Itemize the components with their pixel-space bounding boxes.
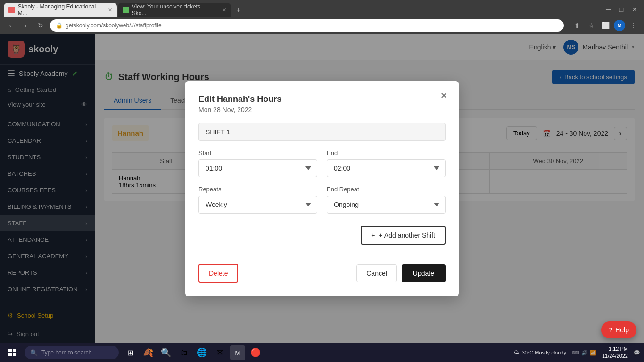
taskbar-icon-6[interactable]: M [230, 345, 245, 360]
cancel-label: Cancel [366, 270, 387, 277]
forward-nav-button[interactable]: › [20, 20, 31, 31]
help-icon: ? [609, 326, 612, 334]
browser-tabs: Skooly - Managing Educational M... ✕ Vie… [0, 0, 644, 17]
taskbar-clock: 1:12 PM 11/24/2022 [602, 346, 628, 360]
clock-date: 11/24/2022 [602, 353, 628, 360]
edit-hours-modal: ✕ Edit Hannah's Hours Mon 28 Nov, 2022 S… [185, 81, 459, 296]
end-form-group: End 02:00 01:00 01:30 02:30 03:00 [327, 149, 446, 177]
browser-tab-1[interactable]: Skooly - Managing Educational M... ✕ [4, 3, 117, 17]
browser-chrome: Skooly - Managing Educational M... ✕ Vie… [0, 0, 644, 34]
extension-icon[interactable]: ⬜ [600, 20, 611, 31]
reload-button[interactable]: ↻ [35, 20, 46, 31]
footer-right: Cancel Update [356, 264, 446, 282]
address-bar[interactable]: 🔒 getskooly.com/skoolyweb/#/staffprofile [50, 19, 564, 32]
start-select[interactable]: 01:00 00:00 00:30 01:30 02:00 [198, 159, 317, 177]
weather-text: 30°C Mostly cloudy [522, 350, 566, 355]
taskbar-search-input[interactable] [41, 349, 113, 356]
repeats-label: Repeats [198, 186, 317, 193]
tray-icon-2: 🔊 [581, 350, 588, 356]
task-view-icon[interactable]: ⊞ [123, 345, 138, 360]
update-button[interactable]: Update [402, 264, 446, 282]
modal-overlay: ✕ Edit Hannah's Hours Mon 28 Nov, 2022 S… [0, 34, 644, 343]
tab-close-2[interactable]: ✕ [222, 7, 226, 13]
taskbar-icon-1[interactable]: 🍂 [140, 345, 156, 360]
tab-title-2: View: Your unsolved tickets – Sko... [132, 3, 219, 16]
close-button[interactable]: ✕ [629, 4, 640, 15]
repeats-row: Repeats Weekly Daily Monthly Never End R… [198, 186, 446, 214]
start-label: Start [198, 149, 317, 156]
taskbar-search[interactable]: 🔍 [25, 346, 119, 359]
back-nav-button[interactable]: ‹ [5, 20, 16, 31]
modal-header: Edit Hannah's Hours Mon 28 Nov, 2022 [198, 94, 446, 114]
modal-date: Mon 28 Nov, 2022 [198, 106, 446, 114]
start-form-group: Start 01:00 00:00 00:30 01:30 02:00 [198, 149, 317, 177]
shift-label: SHIFT 1 [198, 123, 446, 141]
notification-icon[interactable]: 💬 [634, 350, 640, 356]
tab-favicon-skooly [8, 7, 15, 13]
tab-title-1: Skooly - Managing Educational M... [18, 3, 105, 16]
taskbar-right: 🌤 30°C Mostly cloudy ⌨ 🔊 📶 1:12 PM 11/24… [514, 346, 640, 360]
browser-actions: ⬆ ☆ ⬜ M ⋮ [571, 20, 639, 31]
new-tab-button[interactable]: + [232, 4, 245, 17]
taskbar-icon-2[interactable]: 🔍 [158, 345, 173, 360]
browser-tab-2[interactable]: View: Your unsolved tickets – Sko... ✕ [118, 3, 231, 17]
taskbar-icons: ⊞ 🍂 🔍 🗂 🌐 ✉ M 🔴 [123, 345, 263, 360]
help-label: Help [615, 326, 629, 334]
tab-favicon-green [123, 7, 129, 13]
taskbar-icon-7[interactable]: 🔴 [248, 345, 263, 360]
maximize-button[interactable]: □ [616, 4, 627, 15]
repeats-select[interactable]: Weekly Daily Monthly Never [198, 196, 317, 214]
end-select[interactable]: 02:00 01:00 01:30 02:30 03:00 [327, 159, 446, 177]
taskbar-icon-3[interactable]: 🗂 [176, 345, 191, 360]
start-end-row: Start 01:00 00:00 00:30 01:30 02:00 End … [198, 149, 446, 177]
taskbar: 🔍 ⊞ 🍂 🔍 🗂 🌐 ✉ M 🔴 🌤 30°C Mostly cloudy ⌨… [0, 343, 644, 362]
help-button[interactable]: ? Help [601, 321, 636, 338]
windows-logo-icon [8, 349, 16, 356]
end-label: End [327, 149, 446, 156]
address-text: getskooly.com/skoolyweb/#/staffprofile [66, 22, 162, 29]
add-another-shift-button[interactable]: + + Add another Shift [361, 226, 446, 245]
plus-icon: + [371, 231, 375, 239]
share-icon[interactable]: ⬆ [571, 20, 583, 31]
delete-button[interactable]: Delete [198, 264, 238, 283]
lock-icon: 🔒 [56, 22, 63, 29]
modal-footer: Delete Cancel Update [198, 256, 446, 283]
clock-time: 1:12 PM [602, 346, 628, 353]
update-label: Update [413, 270, 434, 277]
modal-title: Edit Hannah's Hours [198, 94, 446, 104]
browser-nav: ‹ › ↻ 🔒 getskooly.com/skoolyweb/#/staffp… [0, 17, 644, 34]
taskbar-icon-5[interactable]: ✉ [212, 345, 227, 360]
end-repeat-form-group: End Repeat Ongoing After date Number of … [327, 186, 446, 214]
tray-icon-1: ⌨ [572, 350, 579, 356]
search-icon: 🔍 [30, 349, 38, 356]
weather-icon: 🌤 [514, 350, 519, 355]
start-button[interactable] [4, 344, 21, 361]
star-icon[interactable]: ☆ [586, 20, 597, 31]
add-shift-row: + + Add another Shift [198, 222, 446, 256]
menu-icon[interactable]: ⋮ [628, 20, 639, 31]
delete-label: Delete [209, 270, 228, 277]
tab-close-1[interactable]: ✕ [108, 7, 112, 13]
system-tray: 🌤 30°C Mostly cloudy [514, 350, 566, 355]
end-repeat-label: End Repeat [327, 186, 446, 193]
browser-user-avatar[interactable]: M [614, 20, 625, 31]
tray-icon-3: 📶 [590, 350, 596, 356]
add-shift-label: + Add another Shift [379, 231, 435, 239]
taskbar-icon-4[interactable]: 🌐 [194, 345, 209, 360]
minimize-button[interactable]: ─ [603, 4, 614, 15]
repeats-form-group: Repeats Weekly Daily Monthly Never [198, 186, 317, 214]
cancel-button[interactable]: Cancel [356, 264, 397, 282]
end-repeat-select[interactable]: Ongoing After date Number of occurrences [327, 196, 446, 214]
modal-close-button[interactable]: ✕ [440, 90, 447, 101]
